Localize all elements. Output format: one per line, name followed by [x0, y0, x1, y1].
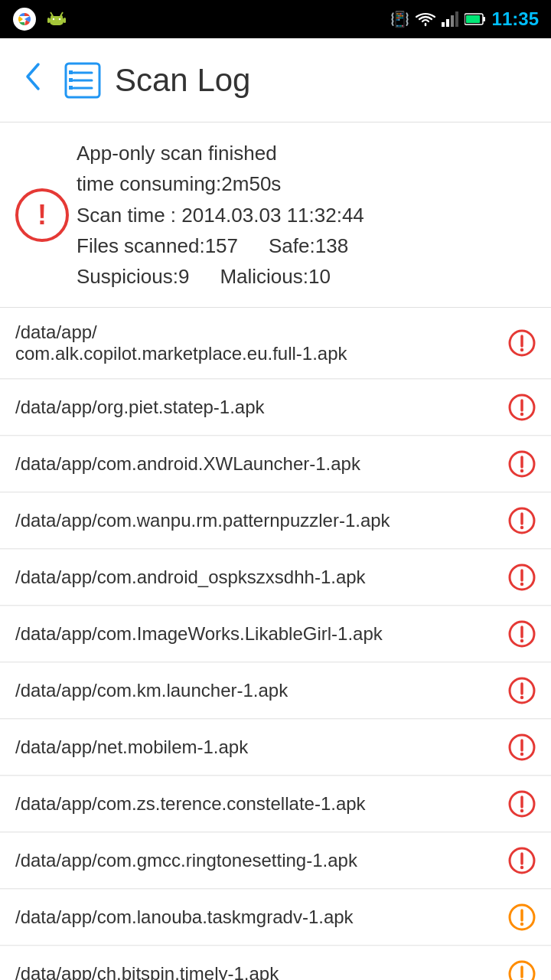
warning-icon: [508, 507, 536, 534]
svg-point-50: [520, 809, 523, 812]
list-item[interactable]: /data/app/com.wanpu.rm.patternpuzzler-1.…: [0, 493, 551, 549]
list-item[interactable]: /data/app/com.android.XWLauncher-1.apk: [0, 436, 551, 492]
warning-icon: [508, 394, 536, 421]
scan-time: Scan time : 2014.03.03 11:32:44: [77, 200, 536, 230]
svg-rect-15: [483, 17, 485, 21]
scan-type: App-only scan finished: [77, 138, 536, 168]
warning-icon: [508, 903, 536, 931]
scan-log-icon: [63, 60, 103, 100]
warning-icon: [508, 450, 536, 478]
back-button[interactable]: [15, 54, 51, 106]
summary-row-1: Files scanned:157 Safe:138: [77, 230, 536, 261]
scan-item-path: /data/app/com.wanpu.rm.patternpuzzler-1.…: [15, 510, 508, 531]
svg-rect-22: [69, 78, 73, 82]
svg-rect-3: [50, 16, 64, 25]
svg-point-8: [53, 18, 54, 20]
svg-point-32: [520, 469, 523, 472]
app-bar: Scan Log: [0, 38, 551, 122]
list-item[interactable]: /data/app/com.lanouba.taskmgradv-1.apk: [0, 890, 551, 946]
scan-item-path: /data/app/com.android_ospkszxsdhh-1.apk: [15, 567, 508, 588]
list-item[interactable]: /data/app/com.ImageWorks.LikableGirl-1.a…: [0, 606, 551, 662]
warning-icon: [508, 847, 536, 874]
svg-point-47: [520, 753, 523, 756]
svg-rect-16: [466, 15, 480, 23]
list-item[interactable]: /data/app/net.mobilem-1.apk: [0, 720, 551, 776]
svg-rect-13: [455, 11, 458, 27]
scan-item-path: /data/app/com.android.XWLauncher-1.apk: [15, 453, 508, 475]
svg-rect-12: [451, 15, 454, 27]
warning-icon: [508, 790, 536, 818]
wifi-icon: [416, 11, 435, 27]
list-item[interactable]: /data/app/com.android_ospkszxsdhh-1.apk: [0, 550, 551, 606]
warning-icon: [508, 733, 536, 761]
page-title: Scan Log: [115, 62, 250, 99]
list-item[interactable]: /data/app/com.zs.terence.constellate-1.a…: [0, 776, 551, 832]
battery-icon: [465, 12, 486, 26]
scan-item-path: /data/app/com.km.launcher-1.apk: [15, 680, 508, 701]
svg-point-35: [520, 526, 523, 529]
scan-item-path: /data/app/ com.alk.copilot.marketplace.e…: [15, 322, 508, 364]
warning-icon: [508, 677, 536, 704]
google-icon: [12, 7, 37, 31]
summary-card: ! App-only scan finished time consuming:…: [0, 122, 551, 308]
suspicious-count: Suspicious:9: [77, 261, 189, 292]
scan-item-path: /data/app/com.ImageWorks.LikableGirl-1.a…: [15, 623, 508, 645]
svg-point-56: [520, 923, 523, 926]
status-bar-left: [12, 7, 69, 31]
svg-rect-23: [69, 86, 73, 90]
summary-text: App-only scan finished time consuming:2m…: [77, 138, 536, 292]
scan-item-path: /data/app/net.mobilem-1.apk: [15, 737, 508, 758]
scan-item-path: /data/app/ch.bitspin.timely-1.apk: [15, 963, 508, 980]
files-scanned: Files scanned:157: [77, 230, 238, 261]
vibrate-icon: 📳: [390, 10, 409, 28]
status-time: 11:35: [492, 8, 539, 30]
list-item[interactable]: /data/app/com.gmcc.ringtonesetting-1.apk: [0, 833, 551, 889]
svg-point-53: [520, 866, 523, 869]
malicious-count: Malicious:10: [220, 261, 331, 292]
svg-rect-5: [64, 18, 66, 23]
scan-item-path: /data/app/com.gmcc.ringtonesetting-1.apk: [15, 850, 508, 871]
scan-item-path: /data/app/org.piet.statep-1.apk: [15, 397, 508, 418]
svg-rect-11: [446, 19, 449, 27]
scan-list: /data/app/ com.alk.copilot.marketplace.e…: [0, 308, 551, 980]
status-bar: 📳 11:35: [0, 0, 551, 38]
warning-icon: [508, 620, 536, 648]
scan-item-path: /data/app/com.lanouba.taskmgradv-1.apk: [15, 906, 508, 928]
svg-rect-4: [47, 18, 50, 23]
scan-item-path: /data/app/com.zs.terence.constellate-1.a…: [15, 793, 508, 815]
time-consuming: time consuming:2m50s: [77, 168, 536, 199]
warning-icon: [508, 329, 536, 357]
android-icon: [44, 7, 69, 31]
summary-row-2: Suspicious:9 Malicious:10: [77, 261, 536, 292]
svg-point-38: [520, 583, 523, 586]
svg-point-9: [59, 18, 60, 20]
svg-point-41: [520, 639, 523, 642]
warning-icon: [508, 960, 536, 980]
list-item[interactable]: /data/app/com.km.launcher-1.apk: [0, 663, 551, 719]
list-item[interactable]: /data/app/org.piet.statep-1.apk: [0, 380, 551, 436]
list-item[interactable]: /data/app/ com.alk.copilot.marketplace.e…: [0, 308, 551, 379]
list-item[interactable]: /data/app/ch.bitspin.timely-1.apk: [0, 946, 551, 980]
status-bar-right: 📳 11:35: [390, 8, 539, 30]
svg-point-26: [520, 348, 523, 351]
svg-point-29: [520, 413, 523, 416]
svg-rect-10: [442, 22, 445, 27]
signal-icon: [442, 11, 458, 27]
svg-point-44: [520, 696, 523, 699]
svg-rect-21: [69, 70, 73, 74]
warning-icon: [508, 564, 536, 591]
safe-count: Safe:138: [269, 230, 348, 261]
alert-icon: !: [15, 188, 69, 242]
